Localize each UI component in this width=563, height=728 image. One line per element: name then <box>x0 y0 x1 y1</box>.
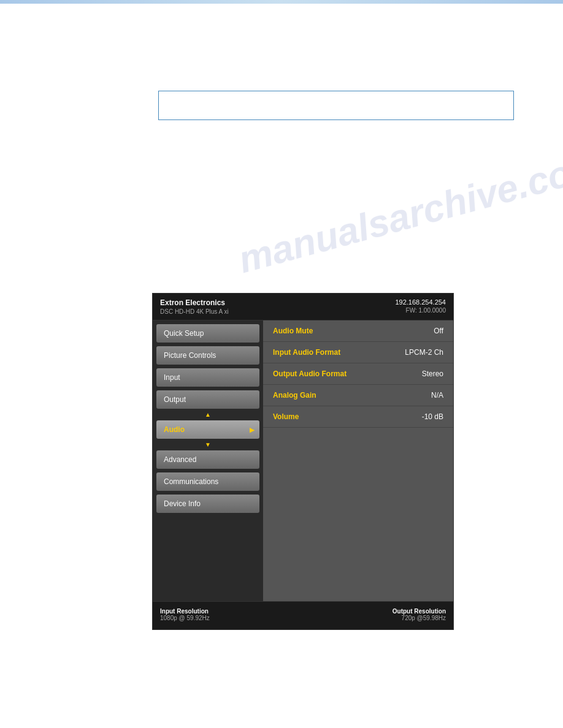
output-audio-format-value: Stereo <box>422 370 443 378</box>
sidebar-item-quick-setup[interactable]: Quick Setup <box>156 324 259 343</box>
output-audio-format-label: Output Audio Format <box>273 370 347 378</box>
volume-row[interactable]: Volume -10 dB <box>263 406 453 428</box>
device-company: Extron Electronics <box>160 298 229 307</box>
device-content: Quick Setup Picture Controls Input Outpu… <box>153 320 453 601</box>
analog-gain-row[interactable]: Analog Gain N/A <box>263 385 453 406</box>
input-resolution-value: 1080p @ 59.92Hz <box>160 615 210 621</box>
audio-mute-value: Off <box>434 327 443 335</box>
sidebar-item-audio[interactable]: Audio <box>156 420 259 439</box>
output-resolution-block: Output Resolution 720p @59.98Hz <box>393 608 446 621</box>
device-firmware: FW: 1.00.0000 <box>406 307 446 314</box>
right-spacer <box>263 428 453 601</box>
sidebar-item-device-info[interactable]: Device Info <box>156 495 259 513</box>
audio-mute-label: Audio Mute <box>273 327 313 335</box>
scroll-up-arrow[interactable]: ▲ <box>156 411 259 418</box>
device-model: DSC HD-HD 4K Plus A xi <box>160 308 229 315</box>
top-bar <box>0 0 563 4</box>
top-outline-box <box>158 91 514 120</box>
device-footer: Input Resolution 1080p @ 59.92Hz Output … <box>153 601 453 627</box>
input-audio-format-value: LPCM-2 Ch <box>405 348 443 357</box>
device-name-block: Extron Electronics DSC HD-HD 4K Plus A x… <box>160 298 229 315</box>
sidebar-item-input[interactable]: Input <box>156 368 259 387</box>
audio-settings-panel: Audio Mute Off Input Audio Format LPCM-2… <box>263 320 453 601</box>
analog-gain-value: N/A <box>431 391 443 400</box>
input-resolution-label: Input Resolution <box>160 608 210 615</box>
scroll-down-arrow[interactable]: ▼ <box>156 441 259 448</box>
sidebar-item-advanced[interactable]: Advanced <box>156 450 259 469</box>
sidebar-item-communications[interactable]: Communications <box>156 472 259 491</box>
output-resolution-value: 720p @59.98Hz <box>402 615 446 621</box>
input-audio-format-row[interactable]: Input Audio Format LPCM-2 Ch <box>263 342 453 363</box>
volume-label: Volume <box>273 412 299 421</box>
device-header: Extron Electronics DSC HD-HD 4K Plus A x… <box>153 294 453 320</box>
sidebar: Quick Setup Picture Controls Input Outpu… <box>153 320 263 601</box>
sidebar-item-output[interactable]: Output <box>156 390 259 409</box>
output-resolution-label: Output Resolution <box>393 608 446 615</box>
output-audio-format-row[interactable]: Output Audio Format Stereo <box>263 363 453 385</box>
sidebar-item-picture-controls[interactable]: Picture Controls <box>156 346 259 365</box>
device-ip-block: 192.168.254.254 FW: 1.00.0000 <box>395 298 446 314</box>
input-audio-format-label: Input Audio Format <box>273 348 340 357</box>
volume-value: -10 dB <box>422 412 443 421</box>
device-ip: 192.168.254.254 <box>395 298 446 306</box>
analog-gain-label: Analog Gain <box>273 391 316 400</box>
input-resolution-block: Input Resolution 1080p @ 59.92Hz <box>160 608 210 621</box>
device-panel: Extron Electronics DSC HD-HD 4K Plus A x… <box>152 293 454 630</box>
watermark: manualsarchive.com <box>234 142 563 281</box>
audio-mute-row[interactable]: Audio Mute Off <box>263 320 453 342</box>
